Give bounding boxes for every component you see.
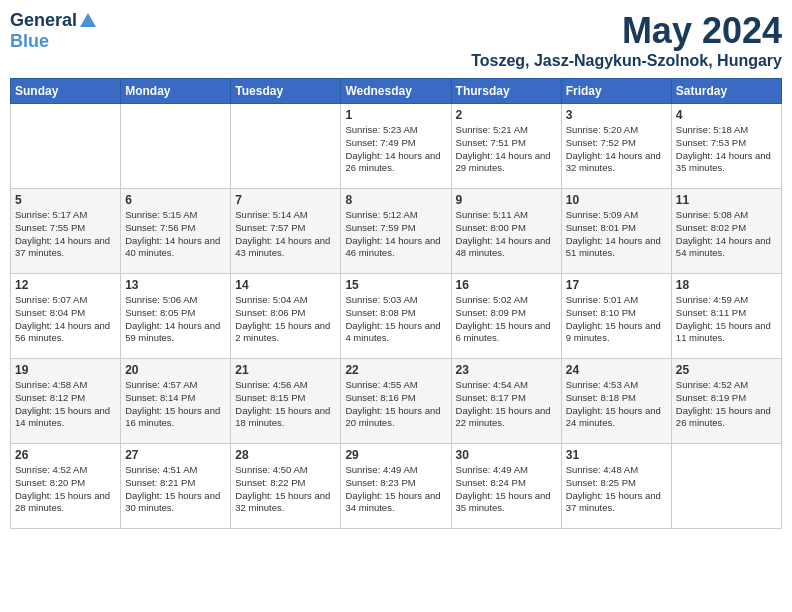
calendar-cell-w2-d3: 7Sunrise: 5:14 AMSunset: 7:57 PMDaylight…	[231, 189, 341, 274]
day-number: 30	[456, 448, 557, 462]
day-number: 14	[235, 278, 336, 292]
calendar-cell-w5-d4: 29Sunrise: 4:49 AMSunset: 8:23 PMDayligh…	[341, 444, 451, 529]
day-number: 19	[15, 363, 116, 377]
day-info: Sunrise: 5:01 AMSunset: 8:10 PMDaylight:…	[566, 294, 667, 345]
day-number: 31	[566, 448, 667, 462]
day-number: 25	[676, 363, 777, 377]
day-info: Sunrise: 5:11 AMSunset: 8:00 PMDaylight:…	[456, 209, 557, 260]
calendar-cell-w1-d3	[231, 104, 341, 189]
day-info: Sunrise: 4:58 AMSunset: 8:12 PMDaylight:…	[15, 379, 116, 430]
calendar-cell-w4-d3: 21Sunrise: 4:56 AMSunset: 8:15 PMDayligh…	[231, 359, 341, 444]
day-number: 10	[566, 193, 667, 207]
day-number: 6	[125, 193, 226, 207]
day-info: Sunrise: 4:54 AMSunset: 8:17 PMDaylight:…	[456, 379, 557, 430]
calendar-cell-w3-d2: 13Sunrise: 5:06 AMSunset: 8:05 PMDayligh…	[121, 274, 231, 359]
day-info: Sunrise: 4:52 AMSunset: 8:19 PMDaylight:…	[676, 379, 777, 430]
week-row-1: 1Sunrise: 5:23 AMSunset: 7:49 PMDaylight…	[11, 104, 782, 189]
calendar-cell-w2-d1: 5Sunrise: 5:17 AMSunset: 7:55 PMDaylight…	[11, 189, 121, 274]
day-number: 22	[345, 363, 446, 377]
day-number: 4	[676, 108, 777, 122]
calendar-cell-w3-d6: 17Sunrise: 5:01 AMSunset: 8:10 PMDayligh…	[561, 274, 671, 359]
day-number: 18	[676, 278, 777, 292]
day-info: Sunrise: 5:07 AMSunset: 8:04 PMDaylight:…	[15, 294, 116, 345]
calendar-cell-w2-d4: 8Sunrise: 5:12 AMSunset: 7:59 PMDaylight…	[341, 189, 451, 274]
day-number: 17	[566, 278, 667, 292]
header-thursday: Thursday	[451, 79, 561, 104]
calendar-cell-w5-d6: 31Sunrise: 4:48 AMSunset: 8:25 PMDayligh…	[561, 444, 671, 529]
day-number: 20	[125, 363, 226, 377]
day-number: 5	[15, 193, 116, 207]
calendar-cell-w3-d1: 12Sunrise: 5:07 AMSunset: 8:04 PMDayligh…	[11, 274, 121, 359]
title-section: May 2024 Toszeg, Jasz-Nagykun-Szolnok, H…	[471, 10, 782, 70]
logo-blue-text: Blue	[10, 31, 49, 52]
day-number: 29	[345, 448, 446, 462]
day-number: 21	[235, 363, 336, 377]
day-number: 28	[235, 448, 336, 462]
day-number: 9	[456, 193, 557, 207]
day-info: Sunrise: 4:48 AMSunset: 8:25 PMDaylight:…	[566, 464, 667, 515]
day-info: Sunrise: 4:57 AMSunset: 8:14 PMDaylight:…	[125, 379, 226, 430]
week-row-5: 26Sunrise: 4:52 AMSunset: 8:20 PMDayligh…	[11, 444, 782, 529]
header-tuesday: Tuesday	[231, 79, 341, 104]
calendar-cell-w4-d5: 23Sunrise: 4:54 AMSunset: 8:17 PMDayligh…	[451, 359, 561, 444]
day-info: Sunrise: 5:06 AMSunset: 8:05 PMDaylight:…	[125, 294, 226, 345]
day-info: Sunrise: 5:12 AMSunset: 7:59 PMDaylight:…	[345, 209, 446, 260]
day-info: Sunrise: 5:23 AMSunset: 7:49 PMDaylight:…	[345, 124, 446, 175]
day-info: Sunrise: 4:52 AMSunset: 8:20 PMDaylight:…	[15, 464, 116, 515]
day-info: Sunrise: 5:02 AMSunset: 8:09 PMDaylight:…	[456, 294, 557, 345]
day-info: Sunrise: 4:49 AMSunset: 8:23 PMDaylight:…	[345, 464, 446, 515]
day-info: Sunrise: 5:18 AMSunset: 7:53 PMDaylight:…	[676, 124, 777, 175]
day-number: 2	[456, 108, 557, 122]
calendar-cell-w4-d4: 22Sunrise: 4:55 AMSunset: 8:16 PMDayligh…	[341, 359, 451, 444]
day-number: 8	[345, 193, 446, 207]
day-info: Sunrise: 4:56 AMSunset: 8:15 PMDaylight:…	[235, 379, 336, 430]
logo-general-text: General	[10, 10, 77, 31]
calendar-cell-w5-d7	[671, 444, 781, 529]
day-number: 1	[345, 108, 446, 122]
header-saturday: Saturday	[671, 79, 781, 104]
calendar-cell-w4-d1: 19Sunrise: 4:58 AMSunset: 8:12 PMDayligh…	[11, 359, 121, 444]
header-row: SundayMondayTuesdayWednesdayThursdayFrid…	[11, 79, 782, 104]
header-sunday: Sunday	[11, 79, 121, 104]
calendar-cell-w3-d3: 14Sunrise: 5:04 AMSunset: 8:06 PMDayligh…	[231, 274, 341, 359]
calendar-cell-w4-d7: 25Sunrise: 4:52 AMSunset: 8:19 PMDayligh…	[671, 359, 781, 444]
day-info: Sunrise: 5:21 AMSunset: 7:51 PMDaylight:…	[456, 124, 557, 175]
page-header: General Blue May 2024 Toszeg, Jasz-Nagyk…	[10, 10, 782, 70]
day-info: Sunrise: 5:17 AMSunset: 7:55 PMDaylight:…	[15, 209, 116, 260]
calendar-cell-w2-d5: 9Sunrise: 5:11 AMSunset: 8:00 PMDaylight…	[451, 189, 561, 274]
day-number: 15	[345, 278, 446, 292]
day-number: 13	[125, 278, 226, 292]
day-number: 3	[566, 108, 667, 122]
day-info: Sunrise: 5:09 AMSunset: 8:01 PMDaylight:…	[566, 209, 667, 260]
day-number: 26	[15, 448, 116, 462]
day-info: Sunrise: 5:20 AMSunset: 7:52 PMDaylight:…	[566, 124, 667, 175]
calendar-cell-w1-d4: 1Sunrise: 5:23 AMSunset: 7:49 PMDaylight…	[341, 104, 451, 189]
day-info: Sunrise: 5:15 AMSunset: 7:56 PMDaylight:…	[125, 209, 226, 260]
month-year-title: May 2024	[471, 10, 782, 52]
calendar-cell-w2-d7: 11Sunrise: 5:08 AMSunset: 8:02 PMDayligh…	[671, 189, 781, 274]
day-info: Sunrise: 5:04 AMSunset: 8:06 PMDaylight:…	[235, 294, 336, 345]
day-info: Sunrise: 4:59 AMSunset: 8:11 PMDaylight:…	[676, 294, 777, 345]
calendar-cell-w4-d6: 24Sunrise: 4:53 AMSunset: 8:18 PMDayligh…	[561, 359, 671, 444]
calendar-cell-w3-d4: 15Sunrise: 5:03 AMSunset: 8:08 PMDayligh…	[341, 274, 451, 359]
day-number: 24	[566, 363, 667, 377]
calendar-cell-w1-d1	[11, 104, 121, 189]
day-number: 16	[456, 278, 557, 292]
day-info: Sunrise: 4:55 AMSunset: 8:16 PMDaylight:…	[345, 379, 446, 430]
calendar-cell-w2-d6: 10Sunrise: 5:09 AMSunset: 8:01 PMDayligh…	[561, 189, 671, 274]
calendar-table: SundayMondayTuesdayWednesdayThursdayFrid…	[10, 78, 782, 529]
calendar-cell-w5-d3: 28Sunrise: 4:50 AMSunset: 8:22 PMDayligh…	[231, 444, 341, 529]
calendar-cell-w1-d5: 2Sunrise: 5:21 AMSunset: 7:51 PMDaylight…	[451, 104, 561, 189]
day-info: Sunrise: 4:51 AMSunset: 8:21 PMDaylight:…	[125, 464, 226, 515]
day-info: Sunrise: 4:53 AMSunset: 8:18 PMDaylight:…	[566, 379, 667, 430]
week-row-3: 12Sunrise: 5:07 AMSunset: 8:04 PMDayligh…	[11, 274, 782, 359]
day-info: Sunrise: 5:08 AMSunset: 8:02 PMDaylight:…	[676, 209, 777, 260]
day-info: Sunrise: 5:03 AMSunset: 8:08 PMDaylight:…	[345, 294, 446, 345]
logo: General Blue	[10, 10, 96, 52]
header-monday: Monday	[121, 79, 231, 104]
calendar-cell-w3-d5: 16Sunrise: 5:02 AMSunset: 8:09 PMDayligh…	[451, 274, 561, 359]
day-number: 27	[125, 448, 226, 462]
week-row-4: 19Sunrise: 4:58 AMSunset: 8:12 PMDayligh…	[11, 359, 782, 444]
day-number: 11	[676, 193, 777, 207]
week-row-2: 5Sunrise: 5:17 AMSunset: 7:55 PMDaylight…	[11, 189, 782, 274]
